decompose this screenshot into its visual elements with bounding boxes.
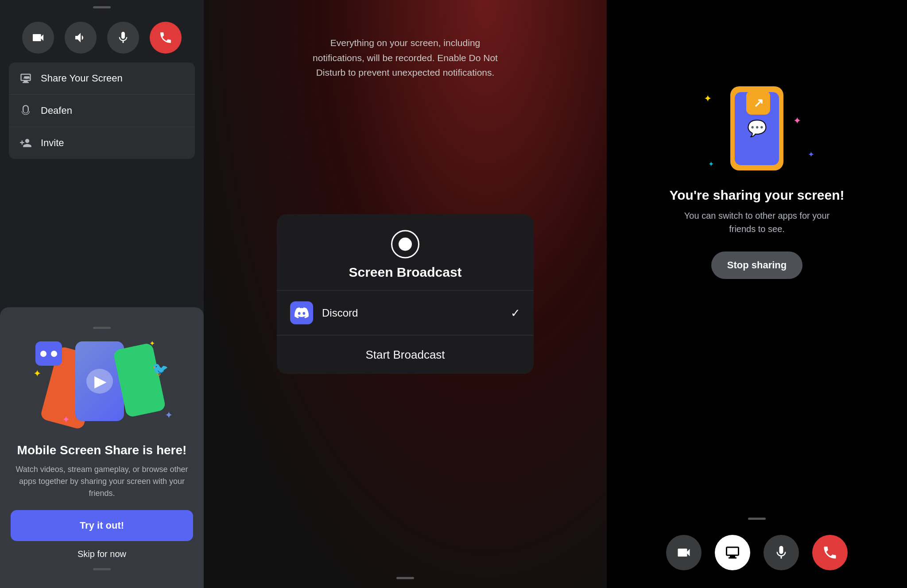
invite-item[interactable]: Invite [9, 127, 195, 159]
sparkle-2: ✦ [62, 414, 70, 426]
discord-app-label: Discord [322, 307, 502, 319]
sharing-illustration: ✦ ✦ ✦ ✦ 💬 ↗ [695, 80, 819, 177]
discord-icon-box [290, 302, 313, 325]
deafen-label: Deafen [41, 105, 72, 116]
broadcast-notice-text: Everything on your screen, including not… [272, 35, 538, 80]
promo-panel: ✦ ✦ ✦ ✦ 🐦 Mobile Screen Share is here! W… [0, 307, 204, 588]
stop-sharing-button[interactable]: Stop sharing [711, 251, 802, 279]
record-icon [391, 230, 419, 259]
arrow-icon: ↗ [753, 96, 764, 110]
drag-handle-panel3 [748, 518, 766, 520]
video-button[interactable] [22, 22, 54, 54]
promo-title: Mobile Screen Share is here! [17, 443, 187, 457]
video-button-2[interactable] [666, 535, 702, 570]
call-controls [13, 17, 190, 58]
promo-description: Watch videos, stream gameplay, or browse… [11, 464, 193, 499]
sparkle-1: ✦ [33, 368, 41, 379]
share-screen-item[interactable]: Share Your Screen [9, 62, 195, 95]
bird-decoration: 🐦 [152, 361, 168, 377]
invite-label: Invite [41, 137, 64, 149]
panel3-bottom-controls [607, 518, 907, 588]
screen-share-button-2[interactable] [715, 535, 750, 570]
start-broadcast-button[interactable]: Start Broadcast [277, 336, 534, 374]
broadcast-modal: Screen Broadcast Discord ✓ Start Broadca… [277, 214, 534, 374]
discord-selected-check: ✓ [511, 306, 520, 320]
promo-illustration: ✦ ✦ ✦ ✦ 🐦 [27, 337, 177, 434]
drag-handle-bottom [93, 568, 111, 570]
sharing-call-controls [657, 530, 857, 575]
panel-sharing-active: ✦ ✦ ✦ ✦ 💬 ↗ You're sharing your screen! … [607, 0, 907, 588]
panel-broadcast: Everything on your screen, including not… [204, 0, 607, 588]
mic-button[interactable] [107, 22, 139, 54]
discord-phone-icon: 💬 [747, 119, 767, 138]
robot-eyes [40, 351, 57, 357]
sparkle-p3-3: ✦ [793, 115, 801, 127]
audio-button[interactable] [65, 22, 97, 54]
sharing-description: You can switch to other apps for your fr… [673, 209, 841, 236]
modal-header: Screen Broadcast [277, 214, 534, 290]
deafen-item[interactable]: Deafen [9, 95, 195, 127]
try-it-out-button[interactable]: Try it out! [11, 510, 193, 541]
drag-handle-promo [93, 327, 111, 329]
modal-title: Screen Broadcast [349, 265, 461, 280]
robot-head [35, 341, 62, 366]
drag-handle-top [93, 6, 111, 8]
sharing-title: You're sharing your screen! [669, 188, 844, 203]
robot-eye-right [51, 351, 57, 357]
record-dot [399, 238, 412, 251]
panel-call-menu: Share Your Screen Deafen Invite ✦ ✦ ✦ [0, 0, 204, 588]
sparkle-p3-2: ✦ [808, 150, 814, 159]
sparkle-p3-1: ✦ [704, 93, 712, 104]
end-call-button[interactable] [150, 22, 182, 54]
robot-eye-left [40, 351, 47, 357]
context-menu: Share Your Screen Deafen Invite [9, 62, 195, 159]
sparkle-4: ✦ [149, 339, 155, 348]
end-call-button-2[interactable] [812, 535, 848, 570]
skip-for-now-link[interactable]: Skip for now [78, 549, 126, 559]
drag-handle-panel2 [396, 577, 414, 579]
discord-app-option[interactable]: Discord ✓ [277, 291, 534, 335]
share-screen-label: Share Your Screen [41, 73, 123, 84]
discord-logo-icon [295, 306, 309, 320]
arrow-overlay: ↗ [746, 91, 770, 115]
sharing-phone-illustration: 💬 ↗ [730, 86, 783, 170]
sparkle-p3-4: ✦ [708, 160, 714, 168]
mic-button-2[interactable] [764, 535, 799, 570]
sparkle-3: ✦ [165, 410, 173, 421]
